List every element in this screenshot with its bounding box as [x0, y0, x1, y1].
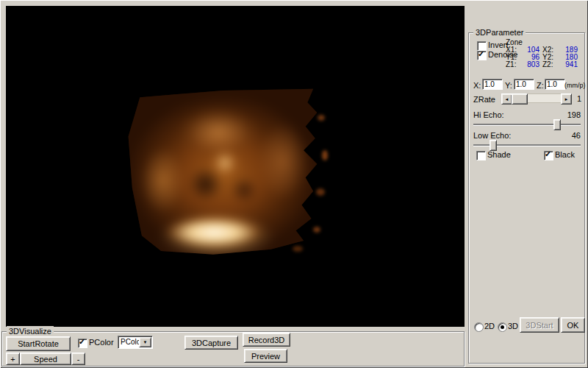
pcolor-dropdown-button[interactable]: ▼ [139, 337, 151, 347]
scale-x-input[interactable] [482, 79, 503, 90]
ultrasound-volume-render [126, 85, 319, 256]
3dstart-button[interactable]: 3DStart [520, 317, 559, 333]
preview-button[interactable]: Preview [244, 349, 287, 363]
mode-3d-radio[interactable] [498, 322, 507, 332]
parameter-group-title: 3DParameter [473, 27, 526, 38]
hi-echo-slider-track[interactable] [473, 124, 581, 126]
zone-z1-value: 803 [522, 61, 542, 68]
pcolor-checkbox[interactable]: ✓ [78, 339, 87, 348]
mode-2d-radio[interactable] [474, 322, 484, 332]
speed-minus-button[interactable]: - [71, 353, 85, 365]
render-speck [313, 227, 320, 233]
zone-z1-label: Z1: [506, 61, 522, 68]
zrate-value: 1 [577, 94, 581, 103]
render-speck [322, 150, 328, 160]
low-echo-slider-thumb[interactable] [490, 140, 497, 151]
zrate-label: ZRate [473, 95, 495, 104]
3d-viewport[interactable] [6, 6, 465, 327]
hi-echo-label: Hi Echo: [473, 110, 504, 119]
arrow-right-icon: ► [564, 97, 569, 102]
zrate-scroll-thumb[interactable] [512, 93, 528, 105]
scale-z-label: Z: [537, 81, 544, 90]
zrate-scroll-right-button[interactable]: ► [561, 93, 572, 105]
render-speck [316, 188, 325, 196]
black-label: Black [555, 150, 575, 159]
zrate-scroll-left-button[interactable]: ◄ [501, 93, 512, 105]
chevron-down-icon: ▼ [143, 340, 148, 344]
shade-label: Shade [487, 150, 511, 159]
speed-button[interactable]: Speed [20, 353, 71, 365]
ultrasound-texture [126, 85, 319, 256]
hi-echo-value: 198 [563, 110, 581, 119]
radio-dot-icon [501, 325, 504, 329]
scale-unit-label: (mm/p) [564, 82, 586, 89]
pcolor-dropdown[interactable]: PColor ▼ [118, 336, 153, 349]
start-rotate-button[interactable]: StartRotate [6, 336, 71, 351]
checkmark-icon: ✓ [79, 337, 85, 347]
zone-z2-value: 941 [559, 61, 581, 68]
arrow-left-icon: ◄ [505, 97, 509, 102]
3dcapture-button[interactable]: 3DCapture [184, 336, 238, 350]
record3d-button[interactable]: Record3D [243, 333, 290, 347]
low-echo-label: Low Echo: [473, 131, 511, 140]
render-speck [318, 115, 325, 121]
zone-values: Zone X1: 104 X2: 189 Y1: 96 Y2: 180 Z1: … [506, 39, 585, 68]
scale-y-input[interactable] [514, 79, 534, 90]
low-echo-value: 46 [563, 131, 581, 140]
app-window: 3DParameter Invert ✓ Denoise Zone X1: 10… [0, 0, 588, 368]
shade-checkbox[interactable] [476, 151, 486, 160]
visualize-group-title: 3DVisualize [7, 326, 54, 336]
denoise-checkbox[interactable]: ✓ [477, 51, 487, 60]
speed-plus-button[interactable]: + [6, 353, 20, 365]
pcolor-label: PColor [89, 338, 114, 347]
black-checkbox[interactable]: ✓ [544, 151, 553, 160]
scale-x-label: X: [473, 81, 481, 90]
mode-2d-label: 2D [484, 322, 495, 330]
ok-button[interactable]: OK [561, 317, 585, 333]
checkmark-icon: ✓ [545, 149, 551, 159]
zone-z2-label: Z2: [542, 61, 559, 68]
hi-echo-slider-thumb[interactable] [553, 119, 561, 130]
mode-3d-label: 3D [508, 322, 518, 330]
zrate-scrollbar[interactable]: ◄ ► [501, 93, 572, 103]
scale-y-label: Y: [505, 81, 512, 90]
render-speck [293, 246, 303, 252]
checkmark-icon: ✓ [478, 49, 484, 59]
scale-z-input[interactable] [545, 79, 565, 90]
